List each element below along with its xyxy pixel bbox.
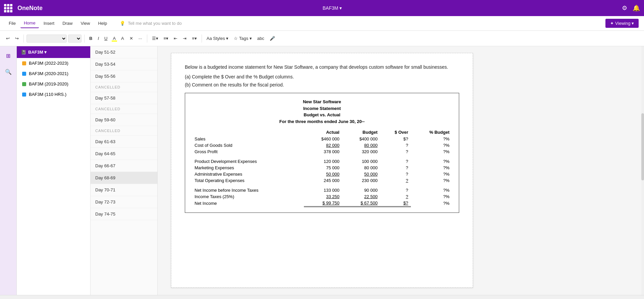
pct-ni: ?%	[411, 200, 452, 207]
font-size-select[interactable]	[68, 35, 82, 43]
page-day74[interactable]: Day 74-75	[91, 208, 157, 220]
bold-button[interactable]: B	[87, 35, 94, 42]
notebook-header[interactable]: 📓 BAF3M ▾	[17, 46, 90, 58]
page-day70[interactable]: Day 70-71	[91, 184, 157, 196]
page-day66[interactable]: Day 66-67	[91, 160, 157, 172]
actual-nibt: 133 000	[304, 187, 342, 193]
page-day64[interactable]: Day 64-65	[91, 148, 157, 160]
indent-button[interactable]: ⇥	[181, 35, 189, 42]
toolbar-sep-3	[147, 35, 147, 43]
menu-home[interactable]: Home	[20, 18, 39, 28]
align-button[interactable]: ≡▾	[190, 35, 199, 42]
highlight-button[interactable]: A	[111, 35, 118, 42]
notebook-item-2[interactable]: BAF3M (2020-2021)	[17, 68, 90, 79]
label-totalop: Total Operating Expenses	[192, 177, 304, 184]
notebook-item-3[interactable]: BAF3M (2019-2020)	[17, 79, 90, 89]
font-family-select[interactable]	[26, 35, 67, 43]
menu-file[interactable]: File	[5, 19, 19, 28]
menu-view[interactable]: View	[77, 19, 94, 28]
pct-admin: ?%	[411, 171, 452, 177]
intro-text: Below is a budgeted income statement for…	[185, 63, 459, 71]
notebook-title[interactable]: BAF3M ▾	[48, 5, 616, 11]
notebook-dot-4	[22, 93, 26, 97]
page-day59[interactable]: Day 59-60	[91, 114, 157, 126]
page-cancelled-1[interactable]: CANCELLED	[91, 82, 157, 92]
notebook-label-3: BAF3M (2019-2020)	[29, 81, 68, 86]
budget-admin: 50 000	[342, 171, 380, 177]
search-bar[interactable]: 💡 Tell me what you want to do	[120, 21, 181, 26]
over-admin: ?	[380, 171, 411, 177]
page-cancelled-2[interactable]: CANCELLED	[91, 104, 157, 114]
numbering-button[interactable]: ≡▾	[162, 35, 171, 42]
table-header: New Star Software Income Statement Budge…	[192, 99, 452, 125]
table-row-sales: Sales $460 000 $400 000 $? ?%	[192, 136, 452, 142]
budget-sales: $400 000	[342, 136, 380, 142]
table-row-admin: Administrative Expenses 50 000 50 000 ? …	[192, 171, 452, 177]
notebook-label-4: BAF3M (110 HRS.)	[29, 92, 66, 97]
notebook-list: BAF3M (2022-2023) BAF3M (2020-2021) BAF3…	[17, 58, 90, 295]
spacer-row-1	[192, 155, 452, 158]
col-header-label	[192, 129, 304, 136]
menu-insert[interactable]: Insert	[40, 19, 58, 28]
font-color-button[interactable]: A	[119, 35, 126, 42]
page-day55[interactable]: Day 55-56	[91, 70, 157, 82]
menu-help[interactable]: Help	[95, 19, 110, 28]
scroll-thumb[interactable]	[641, 113, 644, 180]
actual-admin: 50 000	[304, 171, 342, 177]
page-day51[interactable]: Day 51-52	[91, 46, 157, 58]
pct-tax: ?%	[411, 193, 452, 200]
over-tax: ?	[380, 193, 411, 200]
notebook-item-1[interactable]: BAF3M (2022-2023)	[17, 58, 90, 68]
over-gross: ?	[380, 148, 411, 155]
budget-ni: $ 67 500	[342, 200, 380, 207]
budget-proddev: 100 000	[342, 158, 380, 165]
right-scrollbar[interactable]	[641, 46, 644, 295]
spelling-button[interactable]: abc	[255, 35, 266, 42]
page-day68[interactable]: Day 68-69	[91, 172, 157, 184]
toolbar-sep-4	[202, 35, 202, 43]
waffle-icon[interactable]	[4, 4, 12, 12]
pages-panel: Day 51-52 Day 53-54 Day 55-56 CANCELLED …	[91, 46, 158, 295]
budget-gross: 320 000	[342, 148, 380, 155]
over-sales: $?	[380, 136, 411, 142]
budget-tax: 22 500	[342, 193, 380, 200]
bottom-scrollbar[interactable]	[0, 295, 644, 299]
statement-subtitle: Budget vs. Actual	[192, 112, 452, 118]
redo-button[interactable]: ↪	[13, 35, 21, 42]
page-day61[interactable]: Day 61-63	[91, 136, 157, 148]
notebook-item-4[interactable]: BAF3M (110 HRS.)	[17, 89, 90, 100]
table-row-ni: Net Income $ 99 750 $ 67 500 $? ?%	[192, 200, 452, 207]
clear-format-button[interactable]: ✕	[127, 35, 135, 42]
italic-button[interactable]: I	[96, 35, 101, 42]
viewing-button[interactable]: ✦ Viewing ▾	[605, 19, 639, 28]
pct-nibt: ?%	[411, 187, 452, 193]
label-proddev: Product Development Expenses	[192, 158, 304, 165]
page-day57[interactable]: Day 57-58	[91, 92, 157, 104]
financial-table-container: New Star Software Income Statement Budge…	[185, 93, 459, 213]
notebook-label-2: BAF3M (2020-2021)	[29, 71, 68, 76]
dictate-button[interactable]: 🎤	[268, 35, 277, 42]
pct-totalop: ?%	[411, 177, 452, 184]
outdent-button[interactable]: ⇤	[172, 35, 179, 42]
notebook-icon: 📓	[21, 50, 26, 55]
page-cancelled-3[interactable]: CANCELLED	[91, 126, 157, 136]
label-cogs: Cost of Goods Sold	[192, 142, 304, 148]
menu-draw[interactable]: Draw	[59, 19, 76, 28]
styles-button[interactable]: Aa Styles ▾	[205, 35, 231, 42]
settings-icon[interactable]: ⚙	[622, 4, 627, 12]
table-row-totalop: Total Operating Expenses 245 000 230 000…	[192, 177, 452, 184]
page-day53[interactable]: Day 53-54	[91, 58, 157, 70]
undo-button[interactable]: ↩	[4, 35, 12, 42]
table-row-nibt: Net Income before Income Taxes 133 000 9…	[192, 187, 452, 193]
more-button[interactable]: ···	[137, 35, 144, 42]
budget-marketing: 80 000	[342, 165, 380, 171]
sidebar-grid-icon[interactable]: ⊞	[3, 50, 14, 61]
page-day72[interactable]: Day 72-73	[91, 196, 157, 208]
bell-icon[interactable]: 🔔	[633, 4, 640, 12]
pct-proddev: ?%	[411, 158, 452, 165]
notebook-dot-2	[22, 72, 26, 76]
tags-button[interactable]: ☆ Tags ▾	[232, 35, 254, 42]
sidebar-search-icon[interactable]: 🔍	[3, 66, 14, 77]
underline-button[interactable]: U	[102, 35, 109, 42]
bullets-button[interactable]: ☰▾	[150, 35, 160, 42]
